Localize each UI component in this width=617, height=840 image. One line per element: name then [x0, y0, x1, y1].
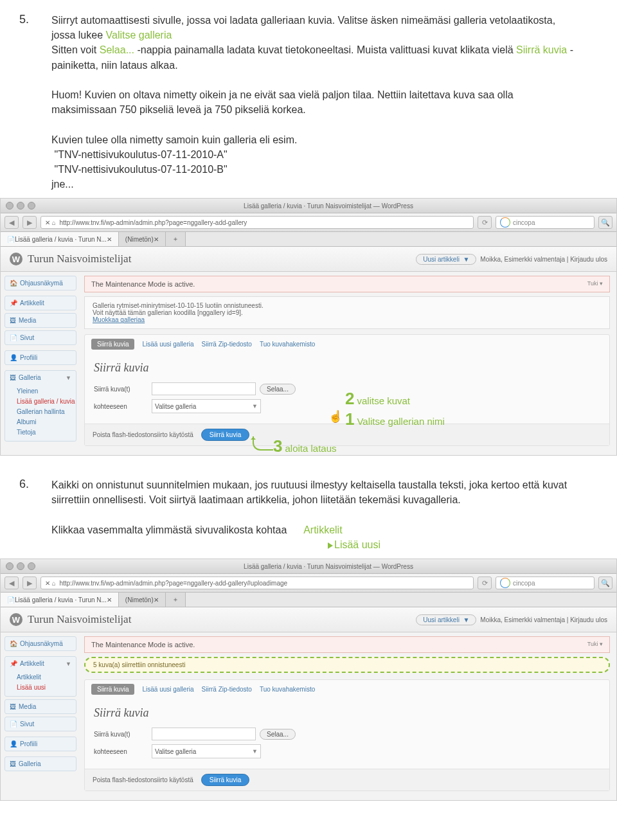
panel-tab-active[interactable]: Siirrä kuvia — [91, 684, 134, 695]
overlay-num: 2 — [345, 389, 354, 408]
sidebar-item-articles[interactable]: 📌 Artikkelit — [5, 296, 76, 310]
reload-button[interactable]: ⟳ — [478, 216, 492, 229]
new-post-button[interactable]: Uusi artikkeli ▼ — [416, 254, 476, 265]
note: Huom! Kuvien on oltava nimetty oikein ja… — [51, 89, 514, 115]
tab-label: Lisää galleria / kuvia · Turun N... — [15, 236, 107, 243]
naming-example: "TNV-nettisivukoulutus-07-11-2010-A" — [54, 149, 227, 160]
site-title[interactable]: Turun Naisvoimistelijat — [28, 613, 131, 626]
search-text: cincopa — [513, 219, 535, 226]
tab-active[interactable]: 📄 Lisää galleria / kuvia · Turun N... ✕ — [1, 593, 119, 607]
sidebar-item-profile[interactable]: 👤 Profiili — [5, 351, 76, 364]
tab-new[interactable]: ＋ — [166, 232, 186, 246]
search-bar[interactable]: cincopa — [496, 576, 595, 589]
forward-button[interactable]: ▶ — [22, 576, 37, 589]
sidebar-item-pages[interactable]: 📄 Sivut — [5, 331, 76, 344]
hello-user[interactable]: Moikka, Esimerkki valmentaja | Kirjaudu … — [480, 616, 607, 623]
reload-button[interactable]: ⟳ — [478, 576, 492, 589]
back-button[interactable]: ◀ — [4, 216, 19, 229]
step-body: Kaikki on onnistunut suunnitelmien mukaa… — [51, 478, 578, 552]
back-button[interactable]: ◀ — [4, 576, 19, 589]
ok-text: Galleria rytmiset-minirytmiset-10-10-15 … — [93, 302, 264, 309]
sidebar-item-dashboard[interactable]: 🏠 Ohjausnäkymä — [5, 276, 76, 290]
sidebar-item-gallery[interactable]: 🖼 Galleria▼ — [5, 371, 76, 384]
url-bar[interactable]: ✕ ⌂ http://www.tnv.fi/wp-admin/admin.php… — [40, 216, 474, 229]
sidebar-sub-item[interactable]: Tietoja — [17, 427, 76, 438]
text: Klikkaa vasemmalta ylimmästä sivuvalikos… — [51, 524, 287, 535]
tuki-link[interactable]: Tuki ▾ — [587, 641, 603, 647]
gallery-select[interactable]: Valitse galleria▼ — [152, 744, 261, 758]
search-text: cincopa — [513, 580, 535, 587]
window-title: Lisää galleria / kuvia · Turun Naisvoimi… — [40, 563, 616, 570]
link: Artikkelit — [303, 524, 342, 535]
highlight: Siirrä kuvia — [516, 44, 567, 55]
sidebar-sub-item[interactable]: Lisää uusi — [17, 683, 76, 693]
tab-inactive[interactable]: (Nimetön) ✕ — [119, 232, 166, 246]
file-input[interactable] — [152, 728, 256, 740]
wp-logo-icon[interactable]: W — [10, 613, 22, 626]
toolbar: ◀ ▶ ✕ ⌂ http://www.tnv.fi/wp-admin/admin… — [1, 574, 616, 593]
sidebar-item-articles[interactable]: 📌 Artikkelit▼ — [5, 657, 76, 670]
panel-tab[interactable]: Tuo kuvahakemisto — [260, 686, 315, 693]
disable-flash-link[interactable]: Poista flash-tiedostonsiirto käytöstä — [93, 431, 193, 438]
chevron-down-icon: ▼ — [252, 403, 258, 409]
panel-tab-active[interactable]: Siirrä kuvia — [91, 339, 134, 350]
tab-active[interactable]: 📄 Lisää galleria / kuvia · Turun N... ✕ — [1, 232, 119, 246]
panel-tab[interactable]: Tuo kuvahakemisto — [260, 341, 315, 348]
tuki-link[interactable]: Tuki ▾ — [587, 280, 603, 287]
search-glass-icon[interactable]: 🔍 — [598, 216, 613, 229]
file-input[interactable] — [152, 382, 256, 395]
site-title[interactable]: Turun Naisvoimistelijat — [28, 253, 131, 265]
sidebar-sub: Yleinen Lisää galleria / kuvia Gallerian… — [5, 384, 76, 441]
arrow-curve-icon — [253, 436, 273, 451]
tab-label: (Nimetön) — [125, 236, 154, 243]
sidebar-sub-item[interactable]: Albumi — [17, 417, 76, 427]
step-body: Siirryt automaattisesti sivulle, jossa v… — [51, 13, 578, 192]
search-glass-icon[interactable]: 🔍 — [598, 576, 613, 589]
edit-gallery-link[interactable]: Muokkaa galleriaa — [93, 316, 145, 323]
browse-button[interactable]: Selaa... — [260, 729, 296, 740]
traffic-lights[interactable] — [1, 562, 40, 570]
browse-button[interactable]: Selaa... — [260, 384, 296, 395]
wp-logo-icon[interactable]: W — [10, 253, 22, 265]
sidebar-sub-item[interactable]: Artikkelit — [17, 672, 76, 683]
forward-button[interactable]: ▶ — [22, 216, 37, 229]
overlay-3: 3aloita lataus — [273, 436, 337, 456]
tab-new[interactable]: ＋ — [166, 593, 186, 607]
panel-body: Siirrä kuvia Siirrä kuva(t) Selaa... koh… — [85, 699, 609, 769]
titlebar: Lisää galleria / kuvia · Turun Naisvoimi… — [1, 559, 616, 574]
panel-tab[interactable]: Siirrä Zip-tiedosto — [202, 341, 252, 348]
swirl-icon — [500, 217, 510, 228]
traffic-lights[interactable] — [1, 202, 40, 210]
search-bar[interactable]: cincopa — [496, 216, 595, 229]
upload-button[interactable]: Siirrä kuvia — [201, 774, 249, 786]
panel-tab[interactable]: Lisää uusi galleria — [142, 686, 193, 693]
sidebar-item-dashboard[interactable]: 🏠 Ohjausnäkymä — [5, 637, 76, 650]
upload-button[interactable]: Siirrä kuvia — [201, 429, 249, 441]
sidebar-item-media[interactable]: 🖼 Media — [5, 314, 76, 327]
hello-user[interactable]: Moikka, Esimerkki valmentaja | Kirjaudu … — [480, 256, 607, 263]
label: Siirrä kuva(t) — [94, 731, 152, 738]
url-bar[interactable]: ✕ ⌂ http://www.tnv.fi/wp-admin/admin.php… — [40, 576, 474, 589]
step-number: 6. — [19, 478, 51, 552]
new-post-button[interactable]: Uusi artikkeli ▼ — [416, 614, 476, 625]
step-6: 6. Kaikki on onnistunut suunnitelmien mu… — [0, 465, 617, 555]
maintenance-notice: Tuki ▾The Maintenance Mode is active. — [84, 636, 610, 653]
tab-inactive[interactable]: (Nimetön) ✕ — [119, 593, 166, 607]
success-box: Galleria rytmiset-minirytmiset-10-10-15 … — [84, 296, 610, 329]
sidebar-item-profile[interactable]: 👤 Profiili — [5, 737, 76, 751]
sidebar-item-media[interactable]: 🖼 Media — [5, 700, 76, 713]
sidebar-sub-item[interactable]: Gallerian hallinta — [17, 407, 76, 417]
url-text: http://www.tnv.fi/wp-admin/admin.php?pag… — [59, 580, 287, 587]
disable-flash-link[interactable]: Poista flash-tiedostonsiirto käytöstä — [93, 776, 193, 783]
wp-meta: Uusi artikkeli ▼ Moikka, Esimerkki valme… — [416, 254, 607, 265]
sidebar-sub-item[interactable]: Yleinen — [17, 386, 76, 397]
sidebar-item-pages[interactable]: 📄 Sivut — [5, 717, 76, 731]
label: kohteeseen — [94, 403, 152, 410]
panel-tabs: Siirrä kuvia Lisää uusi galleria Siirrä … — [85, 335, 609, 353]
sidebar-sub: Artikkelit Lisää uusi — [5, 670, 76, 696]
sidebar-item-gallery[interactable]: 🖼 Galleria — [5, 757, 76, 771]
panel-tab[interactable]: Lisää uusi galleria — [142, 341, 193, 348]
gallery-select[interactable]: Valitse galleria▼ — [152, 399, 261, 413]
sidebar-sub-item-active[interactable]: Lisää galleria / kuvia — [17, 397, 76, 407]
panel-tab[interactable]: Siirrä Zip-tiedosto — [202, 686, 252, 693]
